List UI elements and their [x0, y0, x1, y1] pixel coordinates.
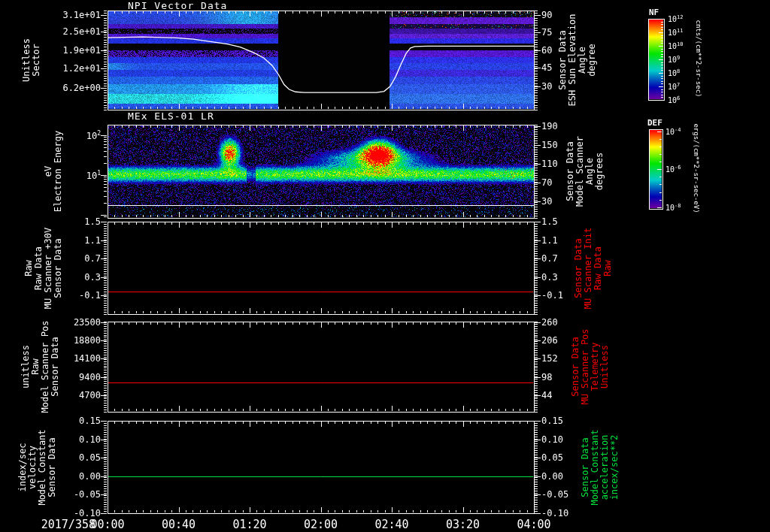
- y-tick-label: 110: [541, 159, 558, 169]
- y-tick-label: 14100: [74, 353, 101, 364]
- panel2-left-axis-label: eVElectron Energy: [44, 115, 63, 228]
- y-tick-label: 70: [541, 177, 552, 188]
- colorbar-tick-label: 1010: [668, 41, 683, 50]
- y-tick-label: 0.7: [541, 253, 558, 264]
- y-tick-label: 150: [541, 140, 558, 150]
- panel2-right-axis-label: Sensor DataModel ScannerAngledegrees: [565, 115, 605, 228]
- y-tick-label: 260: [541, 317, 558, 328]
- time-tick-label: 02:00: [304, 518, 338, 531]
- y-tick-label: 0.15: [541, 416, 563, 426]
- y-tick-label: -0.10: [541, 508, 568, 518]
- y-tick-label: 152: [541, 353, 558, 364]
- y-tick-label: 0.00: [79, 471, 101, 482]
- y-tick-label: -0.1: [79, 290, 101, 301]
- y-tick-label: 0.05: [541, 452, 563, 463]
- colorbar-tick-label: 109: [668, 55, 680, 64]
- y-tick-label: 90: [541, 10, 552, 20]
- y-tick-label: 6.2e+00: [62, 83, 101, 93]
- colorbar-nf-unit: cnts/(cm**2-sr-sec): [695, 2, 702, 115]
- time-tick-label: 04:00: [517, 518, 550, 531]
- y-tick-label: 0.10: [541, 434, 563, 445]
- time-tick-label: 01:20: [232, 518, 266, 531]
- y-tick-label: 2.5e+01: [62, 26, 101, 37]
- y-tick-label: 4700: [79, 390, 101, 401]
- y-tick-label: 190: [541, 121, 558, 131]
- colorbar-tick-label: 10-6: [665, 165, 681, 174]
- panel1-left-axis-label: UnitlessSector: [22, 4, 41, 116]
- panel2-title: MEx ELS-01 LR: [128, 110, 214, 122]
- panel5-left-axis-label: index/secvelocityModel ConstantSensor Da…: [18, 411, 57, 524]
- y-tick-label: 0.00: [541, 471, 563, 482]
- y-tick-label: 23500: [74, 317, 101, 328]
- y-tick-label: 98: [541, 372, 552, 382]
- y-tick-label: -0.05: [541, 489, 568, 500]
- y-tick-label: 206: [541, 335, 558, 346]
- y-tick-label: 101: [86, 169, 101, 180]
- y-tick-label: 0.15: [79, 416, 101, 426]
- colorbar-def-unit: ergs/(cm**2-sr-sec-eV): [693, 112, 700, 225]
- colorbar-def-label: DEF: [647, 118, 662, 128]
- y-tick-label: 102: [86, 130, 101, 141]
- y-tick-label: 1.2e+01: [62, 63, 101, 74]
- y-tick-label: 9400: [79, 372, 101, 382]
- y-tick-label: 3.1e+01: [62, 10, 101, 20]
- colorbar-tick-label: 10-8: [665, 203, 681, 212]
- colorbar-tick-label: 106: [668, 95, 680, 104]
- y-tick-label: 60: [541, 45, 552, 56]
- y-tick-label: 75: [541, 27, 552, 38]
- panel1-right-axis-label: Sensor DataESH Sun ElevationAngledegree: [558, 4, 597, 116]
- date-label: 2017/358: [41, 518, 95, 531]
- y-tick-label: 0.7: [84, 253, 101, 264]
- time-tick-label: 02:40: [374, 518, 408, 531]
- plot-page: NPI Vector Data MEx ELS-01 LR 3.1e+012.5…: [0, 0, 770, 532]
- colorbar-tick-label: 108: [668, 68, 680, 77]
- y-tick-label: 0.10: [79, 434, 101, 445]
- panel5-right-axis-label: Sensor DataModel Constantaccelerationinc…: [581, 411, 620, 524]
- y-tick-label: -0.1: [541, 290, 563, 301]
- panel3-left-axis-label: RawRaw DataMU Scanner +30VSensor Data: [24, 212, 63, 325]
- panel3-right-axis-label: Sensor DataMU Scanner InitRaw DataRaw: [574, 212, 613, 325]
- plot-canvas: [0, 0, 770, 532]
- y-tick-label: -0.05: [74, 489, 101, 500]
- y-tick-label: 1.9e+01: [62, 45, 101, 56]
- y-tick-label: 0.3: [84, 272, 101, 283]
- y-tick-label: 1.1: [541, 235, 558, 246]
- colorbar-tick-label: 107: [668, 82, 680, 91]
- panel1-title: NPI Vector Data: [128, 0, 227, 11]
- y-tick-label: 0.3: [541, 272, 558, 283]
- y-tick-label: 45: [541, 62, 552, 73]
- y-tick-label: 1.5: [84, 216, 101, 227]
- y-tick-label: 30: [541, 196, 552, 207]
- y-tick-label: 1.5: [541, 216, 558, 227]
- panel4-left-axis-label: unitlessRawModel Scanner PosSensor Data: [21, 310, 60, 423]
- time-tick-label: 03:20: [446, 518, 480, 531]
- colorbar-tick-label: 1012: [668, 14, 683, 23]
- colorbar-tick-label: 10-4: [665, 127, 681, 136]
- y-tick-label: -0.10: [74, 508, 101, 518]
- time-tick-label: 00:00: [90, 518, 124, 531]
- panel4-right-axis-label: Sensor DataMU Scanner PosTelemetryUnitle…: [571, 310, 610, 423]
- time-tick-label: 00:40: [162, 518, 196, 531]
- colorbar-tick-label: 1011: [668, 28, 683, 37]
- y-tick-label: 44: [541, 390, 552, 401]
- y-tick-label: 0.05: [79, 452, 101, 463]
- y-tick-label: 30: [541, 81, 552, 92]
- colorbar-nf-label: NF: [649, 8, 659, 17]
- y-tick-label: 18800: [74, 335, 101, 346]
- y-tick-label: 1.1: [84, 235, 101, 246]
